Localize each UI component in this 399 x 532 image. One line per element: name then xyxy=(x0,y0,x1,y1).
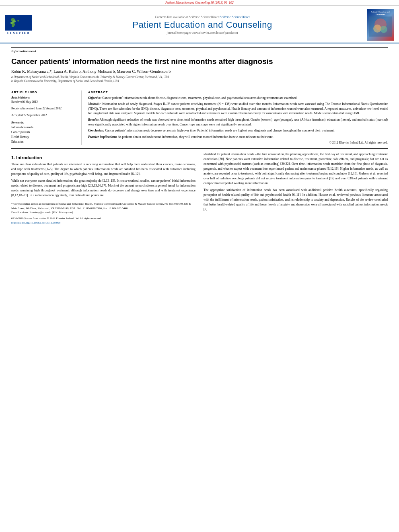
journal-center: Contents lists available at SciVerse Sci… xyxy=(38,15,367,35)
journal-cover-image: Patient Education and Counseling xyxy=(367,9,394,41)
keyword-1: Information needs xyxy=(11,125,77,130)
journal-homepage: journal homepage: www.elsevier.com/locat… xyxy=(38,31,367,35)
journal-bar-text: Patient Education and Counseling 90 (201… xyxy=(165,1,234,4)
divider-1 xyxy=(11,87,388,87)
body-para-4: The appropriate satisfaction of informat… xyxy=(204,188,388,212)
received-date: Received 6 May 2012 xyxy=(11,100,77,105)
abstract-title: ABSTRACT xyxy=(88,90,388,94)
article-affiliations: a Department of Social and Behavioral He… xyxy=(11,75,388,84)
abstract-results: Results: Although significant reduction … xyxy=(88,117,388,127)
objective-label: Objective: xyxy=(88,96,101,100)
keyword-2: Cancer patients xyxy=(11,130,77,135)
svg-point-9 xyxy=(373,25,381,33)
article-abstract-column: ABSTRACT Objective: Cancer patients' inf… xyxy=(88,90,388,146)
article-section-label: Information need xyxy=(11,47,388,54)
svg-point-6 xyxy=(12,23,15,26)
methods-text: Information needs of newly diagnosed, St… xyxy=(88,102,388,115)
journal-title: Patient Education and Counseling xyxy=(38,20,367,30)
objective-text: Cancer patients' information needs about… xyxy=(102,96,297,100)
history-label: Article history: xyxy=(11,96,77,99)
abstract-practice: Practice implications: As patients obtai… xyxy=(88,135,388,140)
affiliation-b: b Virginia Commonwealth University, Depa… xyxy=(11,79,388,84)
elsevier-label-text: ELSEVIER xyxy=(7,31,30,35)
elsevier-logo: 🌿 xyxy=(5,15,32,31)
article-info-title: ARTICLE INFO xyxy=(11,90,77,94)
journal-bar: Patient Education and Counseling 90 (201… xyxy=(0,0,399,6)
sciverse-line: Contents lists available at SciVerse Sci… xyxy=(38,15,367,19)
practice-label: Practice implications: xyxy=(88,135,117,139)
keyword-3: Health literacy xyxy=(11,135,77,140)
methods-label: Methods: xyxy=(88,102,101,106)
journal-top-header: 🌿 ELSEVIER Contents lists available at S… xyxy=(0,6,399,43)
footnote-area: * Corresponding author at: Department of… xyxy=(11,200,195,224)
accepted-date: Accepted 22 September 2012 xyxy=(11,113,77,118)
abstract-conclusion: Conclusion: Cancer patients' information… xyxy=(88,128,388,133)
cover-title: Patient Education and Counseling xyxy=(369,11,392,16)
footnote-corresponding: * Corresponding author at: Department of… xyxy=(11,202,195,210)
conclusion-text: Cancer patients' information needs decre… xyxy=(105,129,334,132)
conclusion-label: Conclusion: xyxy=(88,129,104,132)
keywords-label: Keywords: xyxy=(11,121,77,124)
body-column-left: 1. Introduction There are clear indicati… xyxy=(11,152,195,224)
footnote-email: E-mail address: lkmatsuy@vcu.edu (R.K. M… xyxy=(11,210,195,215)
footnote-doi[interactable]: http://dx.doi.org/10.1016/j.pec.2012.09.… xyxy=(11,221,195,224)
body-para-1: There are clear indications that patient… xyxy=(11,162,195,177)
article-info-abstract: ARTICLE INFO Article history: Received 6… xyxy=(11,90,388,146)
article-body: 1. Introduction There are clear indicati… xyxy=(11,152,388,224)
svg-text:🌿: 🌿 xyxy=(17,20,20,22)
article-outer: Information need Cancer patients' inform… xyxy=(0,43,399,228)
copyright-line: © 2012 Elsevier Ireland Ltd. All rights … xyxy=(88,141,388,145)
body-para-2: While not everyone wants detailed inform… xyxy=(11,179,195,198)
results-text: Although significant reduction of needs … xyxy=(88,118,388,126)
body-column-right: identified for patient information needs… xyxy=(204,152,388,224)
sciverse-link[interactable]: SciVerse ScienceDirect xyxy=(220,15,250,19)
keywords-list: Information needs Cancer patients Health… xyxy=(11,125,77,144)
abstract-methods: Methods: Information needs of newly diag… xyxy=(88,102,388,116)
section-1-heading: 1. Introduction xyxy=(11,155,195,160)
keyword-4: Education xyxy=(11,140,77,144)
authors-text: Robin K. Matsuyama a,*, Laura A. Kuhn b,… xyxy=(11,69,171,74)
body-para-3: identified for patient information needs… xyxy=(204,152,388,186)
revised-date: Received in revised form 22 August 2012 xyxy=(11,107,77,111)
svg-point-10 xyxy=(380,26,387,33)
affiliation-a: a Department of Social and Behavioral He… xyxy=(11,75,388,80)
results-label: Results: xyxy=(88,118,99,121)
practice-text: As patients obtain and understand inform… xyxy=(118,135,274,139)
abstract-objective: Objective: Cancer patients' information … xyxy=(88,96,388,101)
article-authors: Robin K. Matsuyama a,*, Laura A. Kuhn b,… xyxy=(11,69,388,74)
article-title: Cancer patients' information needs the f… xyxy=(11,57,388,67)
footnote-issn: 0738-3991/$ – see front matter © 2012 El… xyxy=(11,216,195,221)
elsevier-logo-box: 🌿 ELSEVIER xyxy=(5,15,32,35)
abstract-text: Objective: Cancer patients' information … xyxy=(88,96,388,146)
article-info-column: ARTICLE INFO Article history: Received 6… xyxy=(11,90,82,146)
divider-2 xyxy=(11,148,388,149)
